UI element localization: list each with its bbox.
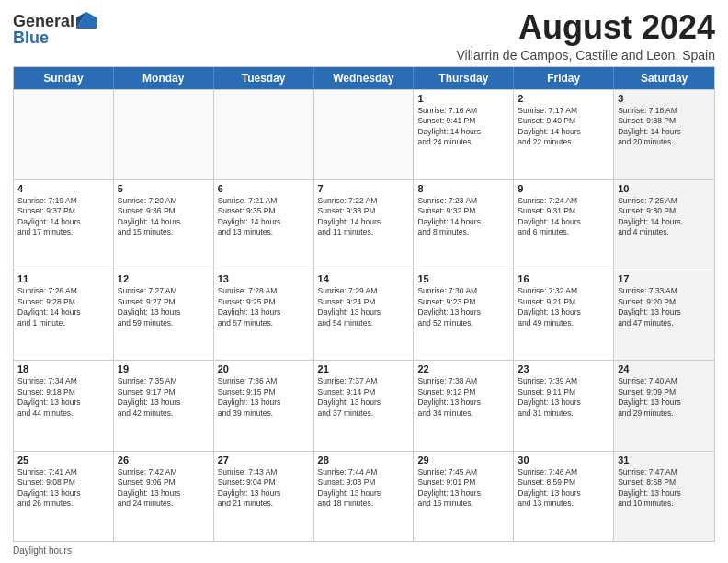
calendar: SundayMondayTuesdayWednesdayThursdayFrid…: [13, 66, 715, 542]
calendar-cell: [214, 90, 314, 179]
calendar-cell: 26Sunrise: 7:42 AM Sunset: 9:06 PM Dayli…: [114, 452, 214, 541]
calendar-week-5: 25Sunrise: 7:41 AM Sunset: 9:08 PM Dayli…: [14, 451, 714, 541]
calendar-week-1: 1Sunrise: 7:16 AM Sunset: 9:41 PM Daylig…: [14, 89, 714, 179]
cell-info: Sunrise: 7:38 AM Sunset: 9:12 PM Dayligh…: [417, 376, 509, 419]
day-number: 27: [218, 454, 310, 465]
title-area: August 2024 Villarrin de Campos, Castill…: [457, 9, 715, 63]
cell-info: Sunrise: 7:26 AM Sunset: 9:28 PM Dayligh…: [17, 286, 109, 328]
cell-info: Sunrise: 7:34 AM Sunset: 9:18 PM Dayligh…: [17, 376, 109, 419]
calendar-cell: 20Sunrise: 7:36 AM Sunset: 9:15 PM Dayli…: [214, 361, 314, 450]
day-number: 6: [218, 183, 310, 194]
calendar-cell: 14Sunrise: 7:29 AM Sunset: 9:24 PM Dayli…: [314, 270, 415, 360]
cell-info: Sunrise: 7:43 AM Sunset: 9:04 PM Dayligh…: [218, 467, 310, 510]
header-day-friday: Friday: [514, 67, 614, 89]
cell-info: Sunrise: 7:32 AM Sunset: 9:21 PM Dayligh…: [518, 286, 609, 328]
month-title: August 2024: [457, 9, 715, 46]
logo-text: General: [13, 13, 97, 29]
cell-info: Sunrise: 7:23 AM Sunset: 9:32 PM Dayligh…: [417, 196, 509, 238]
day-number: 13: [218, 273, 310, 284]
cell-info: Sunrise: 7:22 AM Sunset: 9:33 PM Dayligh…: [318, 196, 410, 238]
day-number: 23: [518, 363, 609, 374]
calendar-cell: 30Sunrise: 7:46 AM Sunset: 8:59 PM Dayli…: [514, 452, 614, 541]
cell-info: Sunrise: 7:41 AM Sunset: 9:08 PM Dayligh…: [17, 467, 109, 510]
calendar-cell: 9Sunrise: 7:24 AM Sunset: 9:31 PM Daylig…: [514, 180, 614, 270]
cell-info: Sunrise: 7:16 AM Sunset: 9:41 PM Dayligh…: [417, 106, 509, 148]
day-number: 25: [17, 454, 109, 465]
calendar-cell: 5Sunrise: 7:20 AM Sunset: 9:36 PM Daylig…: [114, 180, 214, 270]
cell-info: Sunrise: 7:21 AM Sunset: 9:35 PM Dayligh…: [218, 196, 310, 238]
calendar-cell: 24Sunrise: 7:40 AM Sunset: 9:09 PM Dayli…: [614, 361, 714, 450]
calendar-cell: 23Sunrise: 7:39 AM Sunset: 9:11 PM Dayli…: [514, 361, 614, 450]
calendar-cell: 4Sunrise: 7:19 AM Sunset: 9:37 PM Daylig…: [14, 180, 114, 270]
header-day-saturday: Saturday: [614, 67, 714, 89]
calendar-cell: 1Sunrise: 7:16 AM Sunset: 9:41 PM Daylig…: [414, 90, 514, 179]
cell-info: Sunrise: 7:33 AM Sunset: 9:20 PM Dayligh…: [618, 286, 711, 328]
calendar-cell: 8Sunrise: 7:23 AM Sunset: 9:32 PM Daylig…: [414, 180, 514, 270]
calendar-cell: 21Sunrise: 7:37 AM Sunset: 9:14 PM Dayli…: [314, 361, 415, 450]
calendar-cell: 13Sunrise: 7:28 AM Sunset: 9:25 PM Dayli…: [214, 270, 314, 360]
day-number: 26: [118, 454, 210, 465]
logo-area: General Blue: [13, 9, 97, 47]
cell-info: Sunrise: 7:17 AM Sunset: 9:40 PM Dayligh…: [518, 106, 609, 148]
day-number: 12: [118, 273, 210, 284]
cell-info: Sunrise: 7:39 AM Sunset: 9:11 PM Dayligh…: [518, 376, 609, 419]
day-number: 30: [518, 454, 609, 465]
calendar-cell: [114, 90, 214, 179]
cell-info: Sunrise: 7:45 AM Sunset: 9:01 PM Dayligh…: [417, 467, 509, 510]
calendar-cell: 15Sunrise: 7:30 AM Sunset: 9:23 PM Dayli…: [414, 270, 514, 360]
calendar-cell: [14, 90, 114, 179]
day-number: 5: [118, 183, 210, 194]
cell-info: Sunrise: 7:44 AM Sunset: 9:03 PM Dayligh…: [318, 467, 410, 510]
calendar-cell: 3Sunrise: 7:18 AM Sunset: 9:38 PM Daylig…: [614, 90, 714, 179]
cell-info: Sunrise: 7:30 AM Sunset: 9:23 PM Dayligh…: [417, 286, 509, 328]
calendar-cell: 25Sunrise: 7:41 AM Sunset: 9:08 PM Dayli…: [14, 452, 114, 541]
cell-info: Sunrise: 7:29 AM Sunset: 9:24 PM Dayligh…: [318, 286, 410, 328]
calendar-week-2: 4Sunrise: 7:19 AM Sunset: 9:37 PM Daylig…: [14, 179, 714, 270]
header-day-sunday: Sunday: [14, 67, 114, 89]
calendar-cell: 28Sunrise: 7:44 AM Sunset: 9:03 PM Dayli…: [314, 452, 415, 541]
cell-info: Sunrise: 7:19 AM Sunset: 9:37 PM Dayligh…: [17, 196, 109, 238]
calendar-cell: 18Sunrise: 7:34 AM Sunset: 9:18 PM Dayli…: [14, 361, 114, 450]
day-number: 17: [618, 273, 711, 284]
cell-info: Sunrise: 7:20 AM Sunset: 9:36 PM Dayligh…: [118, 196, 210, 238]
day-number: 28: [318, 454, 410, 465]
calendar-cell: 2Sunrise: 7:17 AM Sunset: 9:40 PM Daylig…: [514, 90, 614, 179]
calendar-cell: 7Sunrise: 7:22 AM Sunset: 9:33 PM Daylig…: [314, 180, 415, 270]
calendar-cell: 6Sunrise: 7:21 AM Sunset: 9:35 PM Daylig…: [214, 180, 314, 270]
day-number: 14: [318, 273, 410, 284]
calendar-cell: [314, 90, 415, 179]
calendar-week-4: 18Sunrise: 7:34 AM Sunset: 9:18 PM Dayli…: [14, 360, 714, 450]
logo-blue-text: Blue: [13, 29, 49, 47]
day-number: 19: [118, 363, 210, 374]
day-number: 29: [417, 454, 509, 465]
day-number: 16: [518, 273, 609, 284]
calendar-cell: 27Sunrise: 7:43 AM Sunset: 9:04 PM Dayli…: [214, 452, 314, 541]
calendar-cell: 22Sunrise: 7:38 AM Sunset: 9:12 PM Dayli…: [414, 361, 514, 450]
cell-info: Sunrise: 7:18 AM Sunset: 9:38 PM Dayligh…: [618, 106, 711, 148]
day-number: 20: [218, 363, 310, 374]
day-number: 10: [618, 183, 711, 194]
cell-info: Sunrise: 7:37 AM Sunset: 9:14 PM Dayligh…: [318, 376, 410, 419]
subtitle: Villarrin de Campos, Castille and Leon, …: [457, 48, 715, 63]
logo-icon: [76, 12, 97, 29]
cell-info: Sunrise: 7:27 AM Sunset: 9:27 PM Dayligh…: [118, 286, 210, 328]
header-day-monday: Monday: [114, 67, 214, 89]
cell-info: Sunrise: 7:42 AM Sunset: 9:06 PM Dayligh…: [118, 467, 210, 510]
day-number: 1: [417, 93, 509, 104]
day-number: 4: [17, 183, 109, 194]
day-number: 22: [417, 363, 509, 374]
day-number: 21: [318, 363, 410, 374]
logo-general: General: [13, 13, 74, 29]
day-number: 9: [518, 183, 609, 194]
day-number: 18: [17, 363, 109, 374]
day-number: 3: [618, 93, 711, 104]
day-number: 8: [417, 183, 509, 194]
day-number: 11: [17, 273, 109, 284]
calendar-cell: 11Sunrise: 7:26 AM Sunset: 9:28 PM Dayli…: [14, 270, 114, 360]
calendar-cell: 12Sunrise: 7:27 AM Sunset: 9:27 PM Dayli…: [114, 270, 214, 360]
logo-blue: Blue: [13, 29, 49, 47]
day-number: 15: [417, 273, 509, 284]
header: General Blue August 2024 Villarrin de Ca…: [13, 9, 715, 63]
day-number: 2: [518, 93, 609, 104]
cell-info: Sunrise: 7:28 AM Sunset: 9:25 PM Dayligh…: [218, 286, 310, 328]
